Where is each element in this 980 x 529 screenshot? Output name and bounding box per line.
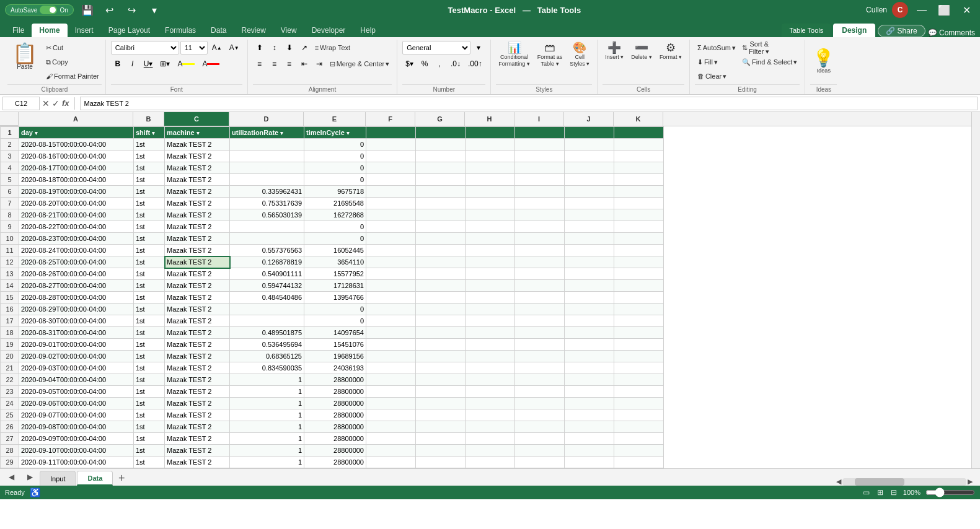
cell-day[interactable]: 2020-08-22T00:00:00-04:00 (19, 221, 134, 233)
cell-styles-button[interactable]: 🎨 CellStyles ▾ (567, 41, 592, 69)
cell-utilization[interactable] (230, 233, 304, 245)
cell-empty[interactable] (416, 245, 466, 256)
cell-time-in-cycle[interactable]: 28800000 (304, 386, 366, 398)
cell-time-in-cycle[interactable]: 28800000 (304, 421, 366, 433)
cell-shift[interactable]: 1st (134, 221, 165, 233)
row-number[interactable]: 27 (1, 433, 19, 445)
cell-empty[interactable] (366, 174, 416, 186)
row-number[interactable]: 6 (1, 186, 19, 198)
col-header-j[interactable]: J (564, 112, 614, 126)
increase-indent-button[interactable]: ⇥ (312, 57, 326, 71)
row-number[interactable]: 22 (1, 374, 19, 386)
cell-empty[interactable] (515, 139, 565, 151)
cell-machine[interactable]: Mazak TEST 2 (165, 362, 230, 374)
cell-machine[interactable]: Mazak TEST 2 (165, 280, 230, 292)
cell-time-in-cycle[interactable]: 16272868 (304, 209, 366, 221)
cell-time-in-cycle[interactable]: 0 (304, 315, 366, 327)
cell-empty[interactable] (466, 327, 515, 339)
header-machine[interactable]: machine ▾ (165, 127, 230, 139)
cell-day[interactable]: 2020-08-18T00:00:00-04:00 (19, 174, 134, 186)
cell-empty[interactable] (565, 398, 614, 409)
row-number[interactable]: 20 (1, 351, 19, 362)
row-number[interactable]: 19 (1, 339, 19, 351)
cell-time-in-cycle[interactable]: 24036193 (304, 362, 366, 374)
row-number[interactable]: 16 (1, 304, 19, 315)
cell-utilization[interactable]: 0.540901111 (230, 268, 304, 280)
orientation-button[interactable]: ↗ (298, 41, 311, 55)
cell-empty[interactable] (416, 162, 466, 174)
cell-empty[interactable] (366, 398, 416, 409)
cell-machine[interactable]: Mazak TEST 2 (165, 457, 230, 468)
cell-utilization[interactable]: 1 (230, 421, 304, 433)
cell-time-in-cycle[interactable]: 28800000 (304, 457, 366, 468)
cell-empty[interactable] (416, 186, 466, 198)
cell-empty[interactable] (466, 421, 515, 433)
merge-center-button[interactable]: ⊟ Merge & Center ▾ (327, 57, 392, 71)
cell-day[interactable]: 2020-08-24T00:00:00-04:00 (19, 245, 134, 256)
user-avatar[interactable]: C (892, 2, 908, 18)
minimize-button[interactable]: — (913, 1, 930, 19)
cell-empty[interactable] (515, 198, 565, 209)
cell-empty[interactable] (416, 315, 466, 327)
font-size-select[interactable]: 11 (180, 41, 208, 55)
redo-button[interactable]: ↪ (123, 1, 141, 19)
formula-confirm-button[interactable]: ✓ (52, 98, 60, 108)
horizontal-scrollbar[interactable]: ◀ ▶ (836, 478, 973, 486)
cell-shift[interactable]: 1st (134, 409, 165, 421)
underline-button[interactable]: U▾ (141, 57, 156, 71)
cell-utilization[interactable] (230, 174, 304, 186)
row-number[interactable]: 11 (1, 245, 19, 256)
row-number[interactable]: 5 (1, 174, 19, 186)
cell-empty[interactable] (466, 151, 515, 162)
cell-empty[interactable] (565, 139, 614, 151)
cell-day[interactable]: 2020-08-20T00:00:00-04:00 (19, 198, 134, 209)
font-name-select[interactable]: Calibri (111, 41, 179, 55)
cell-empty[interactable] (416, 280, 466, 292)
cell-time-in-cycle[interactable]: 0 (304, 221, 366, 233)
cell-empty[interactable] (515, 339, 565, 351)
cell-shift[interactable]: 1st (134, 174, 165, 186)
cell-empty[interactable] (466, 256, 515, 268)
zoom-slider[interactable] (925, 489, 975, 496)
cell-empty[interactable] (466, 292, 515, 304)
cell-empty[interactable] (366, 351, 416, 362)
cell-day[interactable]: 2020-09-08T00:00:00-04:00 (19, 421, 134, 433)
number-format-expand-button[interactable]: ▾ (472, 41, 485, 55)
cell-empty[interactable] (466, 339, 515, 351)
cell-shift[interactable]: 1st (134, 339, 165, 351)
row-number[interactable]: 10 (1, 233, 19, 245)
cell-empty[interactable] (515, 292, 565, 304)
cell-shift[interactable]: 1st (134, 398, 165, 409)
cell-empty[interactable] (565, 280, 614, 292)
border-button[interactable]: ⊞▾ (157, 57, 173, 71)
cell-empty[interactable] (366, 268, 416, 280)
cell-empty[interactable] (565, 304, 614, 315)
cell-empty[interactable] (416, 174, 466, 186)
cell-empty[interactable] (614, 151, 664, 162)
cell-machine[interactable]: Mazak TEST 2 (165, 151, 230, 162)
cell-utilization[interactable]: 0.834590035 (230, 362, 304, 374)
cell-utilization[interactable]: 0.536495694 (230, 339, 304, 351)
cell-shift[interactable]: 1st (134, 162, 165, 174)
fill-button[interactable]: ⬇ Fill ▾ (695, 55, 738, 69)
cell-empty[interactable] (416, 374, 466, 386)
row-number[interactable]: 2 (1, 139, 19, 151)
row-number[interactable]: 14 (1, 280, 19, 292)
cell-empty[interactable] (565, 421, 614, 433)
cell-empty[interactable] (416, 386, 466, 398)
cell-empty[interactable] (515, 162, 565, 174)
cell-time-in-cycle[interactable]: 28800000 (304, 433, 366, 445)
cell-empty[interactable] (416, 445, 466, 457)
cell-empty[interactable] (466, 268, 515, 280)
cell-empty[interactable] (466, 245, 515, 256)
italic-button[interactable]: I (126, 57, 139, 71)
cell-empty[interactable] (466, 445, 515, 457)
cell-empty[interactable] (366, 421, 416, 433)
cell-empty[interactable] (416, 421, 466, 433)
formula-cancel-button[interactable]: ✕ (42, 98, 50, 108)
customize-qat-button[interactable]: ▾ (146, 1, 163, 19)
cell-empty[interactable] (565, 162, 614, 174)
cell-empty[interactable] (366, 339, 416, 351)
cell-empty[interactable] (366, 374, 416, 386)
header-shift[interactable]: shift ▾ (134, 127, 165, 139)
